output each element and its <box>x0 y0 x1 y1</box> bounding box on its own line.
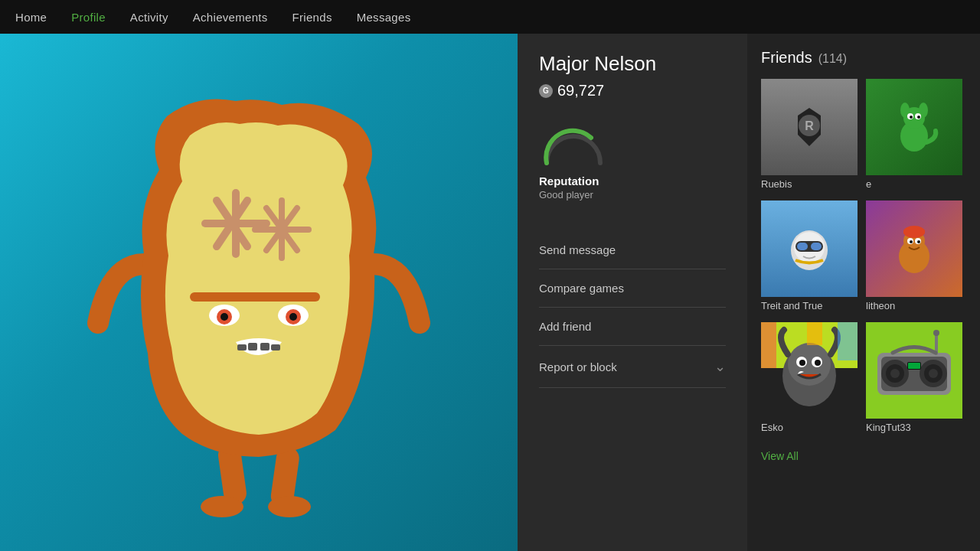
friend-item-treit[interactable]: Treit and True <box>761 201 861 318</box>
friend-avatar-e <box>866 79 962 175</box>
friend-name-e: e <box>866 178 966 196</box>
svg-rect-21 <box>248 343 257 350</box>
chevron-down-icon: ⌄ <box>714 358 726 375</box>
friends-title: Friends <box>761 49 812 67</box>
friend-avatar-litheon <box>866 201 962 297</box>
friend-avatar-ruebis: R <box>761 79 858 175</box>
svg-rect-59 <box>807 322 822 345</box>
svg-point-68 <box>929 369 938 378</box>
friend-name-litheon: litheon <box>866 300 966 318</box>
friends-count: (114) <box>818 52 847 66</box>
svg-point-16 <box>220 313 228 321</box>
nav-activity[interactable]: Activity <box>130 11 168 24</box>
send-message-button[interactable]: Send message <box>539 231 726 269</box>
avatar-panel <box>0 34 518 551</box>
friend-name-treit: Treit and True <box>761 300 861 318</box>
friend-item-litheon[interactable]: litheon <box>866 201 966 318</box>
friend-name-esko: Esko <box>761 422 861 439</box>
friend-avatar-esko <box>761 322 858 419</box>
nav-friends[interactable]: Friends <box>292 11 332 24</box>
svg-point-65 <box>890 369 900 378</box>
friends-panel: Friends (114) R Ruebis <box>747 34 980 551</box>
svg-rect-23 <box>271 344 280 350</box>
svg-rect-20 <box>237 344 247 350</box>
svg-point-19 <box>289 313 297 321</box>
friend-item-kingtut[interactable]: KingTut33 <box>866 322 966 439</box>
svg-point-46 <box>910 240 913 243</box>
nav-home[interactable]: Home <box>15 11 47 24</box>
reputation-sublabel: Good player <box>539 189 593 201</box>
reputation-arc <box>539 121 608 167</box>
report-block-button[interactable]: Report or block ⌄ <box>539 346 726 388</box>
svg-text:R: R <box>805 119 814 132</box>
svg-rect-13 <box>190 292 320 302</box>
friend-name-ruebis: Ruebis <box>761 178 861 196</box>
svg-point-56 <box>815 360 821 366</box>
center-panel: Major Nelson G 69,727 Reputation Good pl… <box>518 34 747 551</box>
view-all-button[interactable]: View All <box>761 447 966 465</box>
friend-item-ruebis[interactable]: R Ruebis <box>761 79 861 196</box>
svg-rect-22 <box>260 343 270 350</box>
svg-point-72 <box>933 330 939 336</box>
friend-name-kingtut: KingTut33 <box>866 422 966 439</box>
add-friend-button[interactable]: Add friend <box>539 308 726 346</box>
reputation-label: Reputation <box>539 174 599 187</box>
svg-point-3 <box>201 496 243 517</box>
svg-point-4 <box>268 496 311 517</box>
actions-list: Send message Compare games Add friend Re… <box>539 231 726 388</box>
gamerscore-row: G 69,727 <box>539 82 726 99</box>
main-layout: Major Nelson G 69,727 Reputation Good pl… <box>0 34 980 551</box>
svg-point-55 <box>799 360 805 366</box>
gamerscore-value: 69,727 <box>557 82 604 99</box>
nav-achievements[interactable]: Achievements <box>193 11 268 24</box>
friends-grid: R Ruebis <box>761 79 966 439</box>
friends-header: Friends (114) <box>761 49 966 67</box>
friend-avatar-treit <box>761 201 858 297</box>
nav-profile[interactable]: Profile <box>71 11 106 24</box>
compare-games-button[interactable]: Compare games <box>539 269 726 308</box>
svg-rect-70 <box>908 363 920 369</box>
svg-rect-57 <box>761 322 776 368</box>
svg-rect-39 <box>811 243 822 250</box>
svg-point-52 <box>788 343 831 386</box>
navbar: Home Profile Activity Achievements Frien… <box>0 0 980 34</box>
friend-item-esko[interactable]: Esko <box>761 322 861 439</box>
friend-avatar-kingtut <box>866 322 962 419</box>
svg-rect-43 <box>903 229 925 235</box>
avatar-image <box>0 34 518 551</box>
nav-messages[interactable]: Messages <box>357 11 411 24</box>
svg-point-33 <box>910 116 913 119</box>
reputation-section: Reputation Good player <box>539 121 726 201</box>
svg-rect-38 <box>797 243 808 250</box>
svg-point-47 <box>917 240 920 243</box>
svg-point-34 <box>917 116 920 119</box>
gamerscore-icon: G <box>539 84 553 98</box>
friend-item-e[interactable]: e <box>866 79 966 196</box>
player-name: Major Nelson <box>539 52 726 76</box>
svg-rect-58 <box>838 322 858 360</box>
